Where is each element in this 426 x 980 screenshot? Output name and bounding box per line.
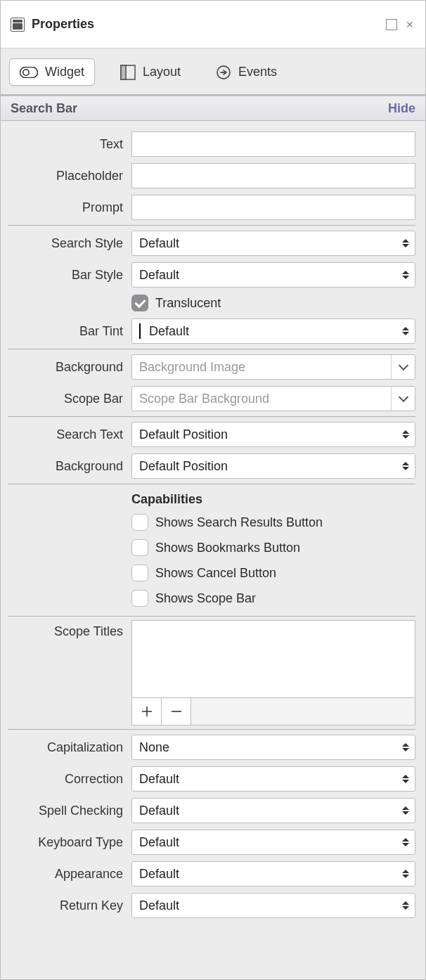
properties-body: Text Placeholder Prompt Search Style Def… (1, 121, 425, 927)
translucent-label: Translucent (155, 296, 221, 311)
cap-scope-bar-label: Shows Scope Bar (155, 591, 256, 606)
background-position-value: Default Position (139, 459, 228, 473)
section-hide-button[interactable]: Hide (388, 101, 415, 116)
return-key-select[interactable]: Default (131, 893, 415, 918)
plus-icon (141, 706, 153, 717)
cap-scope-bar-checkbox[interactable] (131, 590, 148, 607)
correction-value: Default (139, 772, 179, 786)
background-image-select[interactable]: Background Image (131, 354, 415, 380)
scope-titles-toolbar (131, 697, 415, 726)
spell-checking-value: Default (139, 804, 179, 818)
prompt-input[interactable] (131, 195, 415, 220)
section-header: Search Bar Hide (1, 96, 425, 121)
label-background-position: Background (8, 459, 131, 474)
cap-bookmarks-checkbox[interactable] (131, 539, 148, 556)
scope-titles-remove-button[interactable] (162, 698, 191, 725)
panel-icon (11, 18, 25, 32)
background-position-select[interactable]: Default Position (131, 453, 415, 479)
label-placeholder: Placeholder (8, 169, 131, 183)
cap-cancel-checkbox[interactable] (131, 565, 148, 581)
minimize-icon[interactable] (386, 19, 397, 30)
search-style-select[interactable]: Default (131, 231, 415, 256)
label-scope-bar: Scope Bar (8, 392, 131, 406)
cap-search-results-checkbox[interactable] (131, 514, 148, 531)
tab-widget[interactable]: Widget (9, 58, 95, 86)
layout-icon (120, 65, 136, 80)
panel-titlebar: Properties ✕ (1, 1, 425, 49)
scope-bar-bg-placeholder: Scope Bar Background (139, 392, 269, 406)
background-image-placeholder: Background Image (139, 360, 245, 374)
chevron-down-icon (391, 355, 415, 379)
tab-events[interactable]: Events (206, 59, 287, 86)
spell-checking-select[interactable]: Default (131, 798, 415, 823)
tab-layout[interactable]: Layout (110, 59, 191, 86)
search-text-position-value: Default Position (139, 427, 228, 441)
label-spell-checking: Spell Checking (8, 804, 131, 818)
properties-panel: Properties ✕ Widget Layout Events Search… (0, 0, 426, 980)
translucent-checkbox[interactable] (131, 295, 148, 311)
close-icon[interactable]: ✕ (404, 19, 415, 30)
tab-widget-label: Widget (45, 65, 84, 79)
label-text: Text (8, 137, 131, 152)
tab-bar: Widget Layout Events (1, 49, 425, 96)
keyboard-type-select[interactable]: Default (131, 830, 415, 855)
label-return-key: Return Key (8, 898, 131, 913)
label-correction: Correction (8, 772, 131, 787)
text-input[interactable] (131, 131, 415, 157)
label-background-image: Background (8, 360, 131, 375)
bar-tint-select[interactable]: Default (131, 318, 415, 344)
cap-cancel-label: Shows Cancel Button (155, 566, 276, 581)
chevron-down-icon (391, 387, 415, 411)
label-search-text: Search Text (8, 427, 131, 442)
widget-icon (20, 67, 38, 78)
appearance-value: Default (139, 867, 179, 881)
appearance-select[interactable]: Default (131, 861, 415, 886)
placeholder-input[interactable] (131, 163, 415, 188)
label-appearance: Appearance (8, 867, 131, 882)
capitalization-value: None (139, 740, 169, 754)
search-style-value: Default (139, 236, 179, 250)
return-key-value: Default (139, 898, 179, 913)
svg-point-1 (23, 69, 29, 75)
search-text-position-select[interactable]: Default Position (131, 422, 415, 447)
svg-rect-3 (121, 65, 126, 79)
tab-events-label: Events (238, 65, 277, 79)
cap-bookmarks-label: Shows Bookmarks Button (155, 541, 300, 555)
bar-style-select[interactable]: Default (131, 262, 415, 288)
label-search-style: Search Style (8, 236, 131, 251)
label-bar-tint: Bar Tint (8, 324, 131, 339)
bar-tint-value: Default (149, 324, 189, 338)
label-prompt: Prompt (8, 200, 131, 215)
tab-layout-label: Layout (143, 65, 181, 79)
capitalization-select[interactable]: None (131, 735, 415, 760)
capabilities-heading: Capabilities (131, 492, 202, 507)
panel-title: Properties (32, 17, 379, 32)
label-capitalization: Capitalization (8, 740, 131, 755)
bar-tint-swatch-none-icon (139, 323, 141, 339)
label-bar-style: Bar Style (8, 268, 131, 283)
section-title: Search Bar (11, 101, 77, 116)
scope-bar-bg-select[interactable]: Scope Bar Background (131, 386, 415, 411)
label-keyboard-type: Keyboard Type (8, 835, 131, 850)
minus-icon (171, 706, 182, 717)
cap-search-results-label: Shows Search Results Button (155, 515, 323, 530)
keyboard-type-value: Default (139, 835, 179, 849)
events-icon (216, 65, 231, 80)
scope-titles-add-button[interactable] (132, 698, 162, 725)
scope-titles-list[interactable] (131, 620, 415, 697)
label-scope-titles: Scope Titles (8, 620, 131, 639)
correction-select[interactable]: Default (131, 766, 415, 792)
bar-style-value: Default (139, 268, 179, 282)
